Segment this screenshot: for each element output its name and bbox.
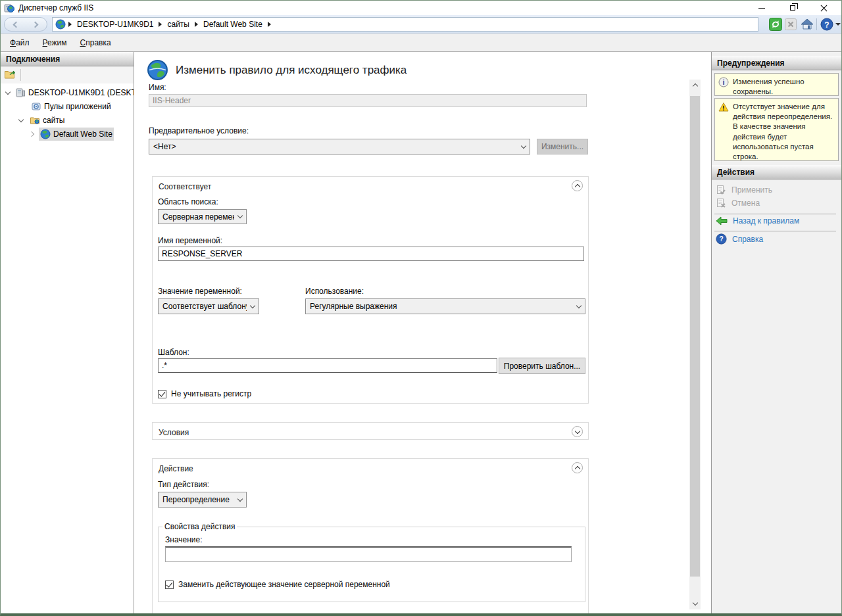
menu-file-rest: айл [16,38,29,47]
ignore-case-checkbox[interactable] [158,390,166,398]
cancel-icon [716,198,726,208]
warning-icon [718,102,729,112]
breadcrumb[interactable]: DESKTOP-U1MK9D1 сайты Default Web Site [52,17,758,32]
help-button[interactable]: ? [820,18,833,34]
tree-item-server[interactable]: DESKTOP-U1MK9D1 (DESKTOP [1,86,134,99]
breadcrumb-item-sites[interactable]: сайты [164,20,192,29]
menu-view[interactable]: Режим [43,38,67,47]
apply-button[interactable]: Применить [716,185,772,195]
variable-value-select[interactable]: Соответствует шаблону [158,298,259,314]
menu-bar: Файл Режим Справка [1,34,841,52]
window-title: Диспетчер служб IIS [18,3,93,12]
replace-value-row[interactable]: Заменить действующее значение серверной … [165,580,390,589]
action-type-select[interactable]: Переопределение [158,492,247,508]
back-to-rules-link[interactable]: Назад к правилам [716,216,799,225]
action-properties-title: Свойства действия [162,522,237,531]
variable-name-input[interactable] [158,247,584,261]
scroll-up-button[interactable] [689,80,701,91]
home-button[interactable] [801,18,814,33]
help-link[interactable]: ? Справка [716,233,763,245]
page-globe-icon [147,59,168,83]
connections-panel: Подключения DESKTOP-U1MK9D1 (DESKTOP Пул… [1,52,134,614]
close-icon [820,5,828,12]
value-label: Значение: [165,535,203,544]
tree-item-app-pools[interactable]: Пулы приложений [1,100,134,113]
svg-text:?: ? [719,235,723,243]
scope-value: Серверная переменн [159,212,234,222]
chevron-up-icon [574,184,580,189]
test-pattern-button[interactable]: Проверить шаблон... [499,358,585,374]
address-bar: DESKTOP-U1MK9D1 сайты Default Web Site ? [1,15,841,34]
collapse-section-button[interactable] [572,180,583,191]
create-connection-icon[interactable] [4,69,16,83]
variable-value-label: Значение переменной: [158,287,242,296]
tree-item-label: Default Web Site [53,130,112,139]
close-button[interactable] [808,1,839,15]
refresh-button[interactable] [769,18,782,34]
alert-info-text: Изменения успешно сохранены. [733,78,805,95]
navigation-pill [4,17,47,32]
menu-help-rest: правка [86,38,111,47]
ignore-case-row[interactable]: Не учитывать регистр [158,389,251,398]
connections-tree: DESKTOP-U1MK9D1 (DESKTOP Пулы приложений… [1,83,134,614]
chevron-collapsed-icon[interactable] [29,131,34,137]
help-label: Справка [732,235,763,244]
chevron-down-icon [692,600,697,605]
alert-warning: Отсутствует значение для действия переоп… [714,98,839,161]
restore-button[interactable] [778,1,808,15]
menu-file[interactable]: Файл [10,38,30,47]
action-type-value: Переопределение [159,495,234,504]
minimize-button[interactable] [747,1,777,15]
breadcrumb-item-server[interactable]: DESKTOP-U1MK9D1 [74,20,156,29]
divider [714,214,836,214]
right-panel: Предупреждения i Изменения успешно сохра… [711,52,842,614]
forward-button[interactable] [26,18,47,31]
variable-value-value: Соответствует шаблону [159,302,247,311]
scope-label: Область поиска: [158,197,218,206]
toolbar-separator [816,18,817,30]
pattern-input[interactable] [158,358,497,373]
breadcrumb-separator-icon [268,22,271,27]
breadcrumb-separator-icon [68,22,72,27]
action-section-title: Действие [159,464,193,473]
tree-item-default-web-site[interactable]: Default Web Site [1,128,134,141]
replace-value-checkbox[interactable] [165,580,174,589]
edit-precondition-button[interactable]: Изменить... [537,139,588,154]
value-input[interactable] [165,546,572,562]
scrollbar-thumb[interactable] [690,96,700,577]
tree-item-sites[interactable]: сайты [1,114,134,127]
vertical-scrollbar[interactable] [689,80,701,609]
globe-icon [40,129,51,141]
scroll-down-button[interactable] [689,598,701,609]
breadcrumb-item-default-web-site[interactable]: Default Web Site [201,20,265,29]
stop-button[interactable] [785,18,797,33]
help-icon: ? [716,233,727,245]
menu-view-rest: ежим [47,38,67,47]
conditions-section-title: Условия [159,428,189,437]
back-button[interactable] [5,18,26,31]
collapse-section-button[interactable] [572,462,583,473]
match-section-title: Соответствует [159,182,211,191]
using-value: Регулярные выражения [306,302,573,311]
cancel-button[interactable]: Отмена [716,198,760,208]
menu-help[interactable]: Справка [80,38,111,47]
help-dropdown-caret-icon[interactable] [835,23,841,26]
scope-select[interactable]: Серверная переменн [158,209,247,224]
name-input[interactable] [149,94,587,107]
main-content: Изменить правило для исходящего трафика … [135,52,710,614]
ignore-case-label: Не учитывать регистр [171,389,251,398]
cancel-label: Отмена [731,199,760,208]
pattern-label: Шаблон: [158,348,189,357]
forward-arrow-icon [32,21,39,28]
using-select[interactable]: Регулярные выражения [305,298,585,314]
chevron-expanded-icon[interactable] [18,117,24,122]
chevron-down-icon [573,306,585,308]
breadcrumb-separator-icon [195,22,198,27]
precondition-select[interactable]: <Нет> [149,139,530,154]
chevron-up-icon [574,466,580,471]
restore-icon [790,5,795,11]
info-icon: i [718,77,729,87]
svg-text:?: ? [824,20,829,30]
expand-section-button[interactable] [572,426,583,437]
chevron-expanded-icon[interactable] [5,89,11,95]
